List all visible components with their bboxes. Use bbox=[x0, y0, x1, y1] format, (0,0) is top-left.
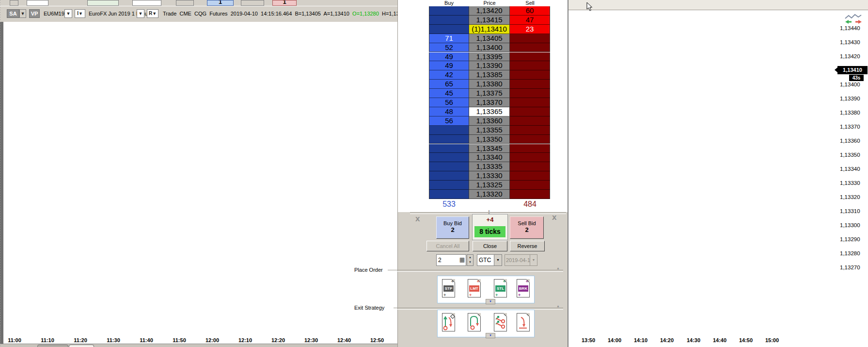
left-chart-window[interactable] bbox=[0, 22, 397, 344]
place-order-brk-icon[interactable]: BRK++ bbox=[517, 279, 530, 297]
dom-price-cell[interactable]: 1,13340 bbox=[469, 153, 510, 162]
dom-sell-cell[interactable] bbox=[510, 61, 550, 70]
chart-tab[interactable] bbox=[37, 345, 68, 347]
dom-sell-cell[interactable]: 23 bbox=[510, 25, 550, 34]
dom-sell-cell[interactable] bbox=[510, 34, 550, 43]
dom-price-cell[interactable]: 1,13395 bbox=[469, 52, 510, 62]
dom-price-cell[interactable]: 1,13390 bbox=[469, 61, 510, 70]
interval-dropdown[interactable]: I▼ bbox=[75, 9, 85, 18]
dom-buy-cell[interactable] bbox=[429, 6, 469, 16]
dom-buy-cell[interactable]: 52 bbox=[429, 43, 469, 52]
resolution-dropdown[interactable]: R▼ bbox=[147, 9, 158, 18]
dom-price-cell[interactable]: 1,13375 bbox=[469, 89, 510, 98]
dom-price-cell[interactable]: 1,13325 bbox=[469, 181, 510, 190]
exit-strategy-scale-out-icon[interactable] bbox=[494, 313, 507, 331]
dom-buy-cell[interactable]: 65 bbox=[429, 80, 469, 89]
top-partial-widget[interactable] bbox=[241, 0, 264, 6]
dom-sell-cell[interactable] bbox=[510, 43, 550, 52]
dom-sell-cell[interactable]: 47 bbox=[510, 16, 550, 25]
calculator-icon[interactable]: ▦ bbox=[459, 256, 465, 263]
buy-market-button[interactable]: 1 bbox=[207, 0, 234, 6]
dom-sell-cell[interactable] bbox=[510, 80, 550, 89]
sell-bid-button[interactable]: Sell Bid 2 bbox=[510, 216, 544, 239]
dom-sell-cell[interactable] bbox=[510, 144, 550, 153]
buy-bid-button[interactable]: Buy Bid 2 bbox=[436, 216, 469, 239]
exit-strategy-more-dropdown[interactable]: ▼ bbox=[486, 333, 495, 338]
dom-price-cell[interactable]: 1,13365 bbox=[469, 107, 510, 116]
chart-tab-active[interactable] bbox=[69, 345, 94, 347]
top-partial-widget[interactable] bbox=[176, 0, 194, 6]
dom-buy-cell[interactable] bbox=[429, 16, 469, 25]
dom-sell-cell[interactable] bbox=[510, 126, 550, 135]
exit-strategy-breakeven-icon[interactable] bbox=[442, 313, 455, 331]
dom-price-cell[interactable]: 1,13405 bbox=[469, 34, 510, 43]
dom-sell-cell[interactable] bbox=[510, 153, 550, 162]
dom-price-cell[interactable]: 1,13350 bbox=[469, 135, 510, 144]
exit-strategy-collapse-icon[interactable]: ▲ bbox=[556, 304, 560, 308]
dom-price-cell[interactable]: 1,13360 bbox=[469, 116, 510, 126]
cancel-all-button[interactable]: Cancel All bbox=[426, 241, 469, 251]
dom-price-cell[interactable]: (1)1,13410 bbox=[469, 25, 510, 34]
dom-buy-cell[interactable] bbox=[429, 190, 469, 199]
dom-price-cell[interactable]: 1,13355 bbox=[469, 126, 510, 135]
dom-buy-cell[interactable]: 49 bbox=[429, 52, 469, 62]
sa-button[interactable]: SA bbox=[7, 9, 19, 18]
sell-market-button[interactable]: 1 bbox=[272, 0, 297, 6]
dom-buy-cell[interactable]: 56 bbox=[429, 116, 469, 126]
place-order-collapse-icon[interactable]: ▲ bbox=[556, 266, 560, 270]
dom-sell-cell[interactable] bbox=[510, 116, 550, 126]
symbol-dropdown[interactable]: ▼ bbox=[64, 9, 72, 18]
dom-sell-cell[interactable] bbox=[510, 107, 550, 116]
dom-buy-cell[interactable] bbox=[429, 181, 469, 190]
exit-strategy-stop-icon[interactable] bbox=[517, 313, 530, 331]
dom-buy-cell[interactable]: 45 bbox=[429, 89, 469, 98]
dom-buy-cell[interactable]: 56 bbox=[429, 98, 469, 107]
dom-price-cell[interactable]: 1,13420 bbox=[469, 6, 510, 16]
dom-price-cell[interactable]: 1,13330 bbox=[469, 171, 510, 181]
place-order-stp-icon[interactable]: STP++ bbox=[442, 279, 455, 297]
series-dropdown[interactable]: ▼ bbox=[137, 9, 144, 18]
sa-dropdown-icon[interactable]: ▼ bbox=[19, 9, 26, 18]
close-right-icon[interactable]: x bbox=[552, 214, 556, 221]
dom-price-cell[interactable]: 1,13335 bbox=[469, 162, 510, 171]
top-partial-widget[interactable] bbox=[87, 0, 119, 6]
dom-buy-cell[interactable] bbox=[429, 135, 469, 144]
dom-sell-cell[interactable] bbox=[510, 98, 550, 107]
dom-sell-cell[interactable] bbox=[510, 89, 550, 98]
dom-price-cell[interactable]: 1,13400 bbox=[469, 43, 510, 52]
place-order-lmt-icon[interactable]: LMT++ bbox=[468, 279, 481, 297]
reverse-button[interactable]: Reverse bbox=[510, 241, 545, 251]
dom-price-cell[interactable]: 1,13415 bbox=[469, 16, 510, 25]
dom-buy-cell[interactable]: 71 bbox=[429, 34, 469, 43]
dom-price-cell[interactable]: 1,13345 bbox=[469, 144, 510, 153]
dom-sell-cell[interactable]: 60 bbox=[510, 6, 550, 16]
right-chart-window[interactable] bbox=[568, 0, 868, 347]
dom-buy-cell[interactable]: 49 bbox=[429, 61, 469, 70]
exit-strategy-trailing-icon[interactable] bbox=[468, 313, 481, 331]
dom-buy-cell[interactable] bbox=[429, 144, 469, 153]
quantity-field[interactable]: 2 ▦ bbox=[436, 254, 466, 266]
dom-price-cell[interactable]: 1,13320 bbox=[469, 190, 510, 199]
vp-button[interactable]: VP bbox=[29, 9, 40, 18]
top-partial-widget[interactable] bbox=[10, 0, 18, 6]
dom-sell-cell[interactable] bbox=[510, 135, 550, 144]
place-order-more-dropdown[interactable]: ▼ bbox=[486, 299, 495, 304]
dom-buy-cell[interactable] bbox=[429, 171, 469, 181]
dom-sell-cell[interactable] bbox=[510, 70, 550, 80]
dom-buy-cell[interactable] bbox=[429, 153, 469, 162]
dom-buy-cell[interactable] bbox=[429, 162, 469, 171]
price-scale-mode-icon[interactable] bbox=[844, 14, 863, 25]
dom-sell-cell[interactable] bbox=[510, 181, 550, 190]
dom-sell-cell[interactable] bbox=[510, 171, 550, 181]
dom-sell-cell[interactable] bbox=[510, 190, 550, 199]
dom-buy-cell[interactable]: 48 bbox=[429, 107, 469, 116]
place-order-stl-icon[interactable]: STL++ bbox=[494, 279, 507, 297]
dom-sell-cell[interactable] bbox=[510, 52, 550, 62]
top-partial-widget[interactable] bbox=[132, 0, 161, 6]
dom-buy-cell[interactable] bbox=[429, 25, 469, 34]
close-left-icon[interactable]: x bbox=[415, 215, 420, 222]
dom-price-cell[interactable]: 1,13370 bbox=[469, 98, 510, 107]
tif-dropdown-icon[interactable]: ▼ bbox=[494, 255, 502, 265]
dom-sell-cell[interactable] bbox=[510, 162, 550, 171]
dom-buy-cell[interactable] bbox=[429, 126, 469, 135]
